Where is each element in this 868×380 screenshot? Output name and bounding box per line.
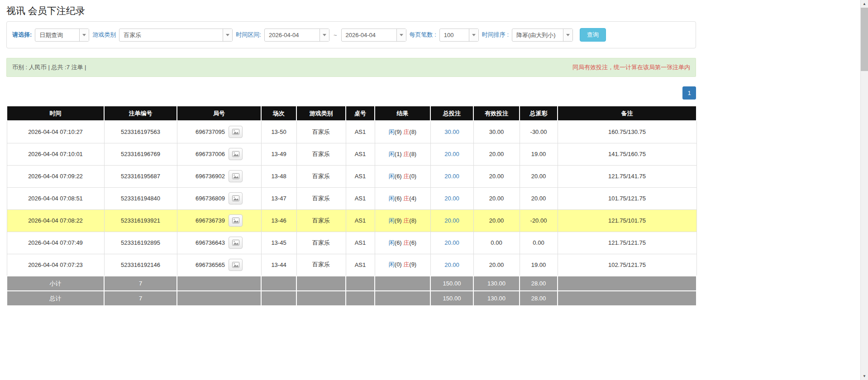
media-replay-icon <box>232 173 239 179</box>
time-range-label: 时间区间: <box>236 31 261 39</box>
valid-bet-cell: 20.00 <box>473 187 520 209</box>
round-id-cell: 696736809 <box>177 187 261 209</box>
result-banker: 庄 <box>403 173 409 180</box>
page-size-select[interactable]: 100 <box>439 28 479 42</box>
result-banker: 庄 <box>403 195 409 202</box>
round-id-text: 696736643 <box>196 239 225 246</box>
pagination-page-1[interactable]: 1 <box>682 86 696 100</box>
media-replay-icon <box>232 262 239 268</box>
remark-cell: 160.75/130.75 <box>558 121 696 143</box>
scrollbar-up-icon[interactable]: ▲ <box>861 0 868 8</box>
remark-cell: 102.75/121.75 <box>558 254 696 276</box>
total-bet-link[interactable]: 20.00 <box>444 217 459 224</box>
result-player-score: (6) <box>395 173 402 180</box>
time-cell: 2026-04-04 07:09:22 <box>7 165 104 187</box>
table-row: 2026-04-04 07:10:01 523316196769 6967370… <box>7 143 696 165</box>
session-cell: 13-44 <box>261 254 296 276</box>
result-player-score: (1) <box>395 151 402 157</box>
result-banker-score: (6) <box>409 239 416 246</box>
table-no-cell: AS1 <box>346 187 375 209</box>
media-replay-button[interactable] <box>229 126 243 138</box>
page-size-value: 100 <box>440 29 469 41</box>
result-player-score: (0) <box>395 261 402 268</box>
game-type-cell: 百家乐 <box>296 187 346 209</box>
chevron-down-icon[interactable] <box>396 29 406 41</box>
result-banker-score: (4) <box>409 195 416 202</box>
game-type-cell: 百家乐 <box>296 209 346 232</box>
session-cell: 13-46 <box>261 209 296 232</box>
total-bet-cell: 20.00 <box>430 143 473 165</box>
empty-cell <box>261 291 296 306</box>
total-bet-link[interactable]: 20.00 <box>444 239 459 246</box>
scrollbar-down-icon[interactable]: ▼ <box>861 372 868 380</box>
col-header-valid-bet: 有效投注 <box>473 106 520 121</box>
table-row-highlighted: 2026-04-04 07:08:22 523316193921 6967367… <box>7 209 696 232</box>
remark-cell: 121.75/121.75 <box>558 232 696 254</box>
media-replay-icon <box>232 129 239 135</box>
summary-bar: 币别 : 人民币 | 总共 :7 注单 | 同局有效投注，统一计算在该局第一张注… <box>6 58 696 77</box>
empty-cell <box>261 276 296 291</box>
sort-select[interactable]: 降幂(由大到小) <box>512 28 573 42</box>
total-bet-link[interactable]: 20.00 <box>444 173 459 180</box>
caret-glyph <box>472 34 476 36</box>
round-id-text: 696736565 <box>196 261 225 268</box>
page-scrollbar[interactable]: ▲ ▼ <box>860 0 868 380</box>
empty-cell <box>558 291 696 306</box>
session-cell: 13-48 <box>261 165 296 187</box>
bet-records-table: 时间 注单编号 局号 场次 游戏类别 桌号 结果 总投注 有效投注 总派彩 备注… <box>6 105 697 306</box>
chevron-down-icon[interactable] <box>563 29 572 41</box>
media-replay-button[interactable] <box>229 237 243 249</box>
chevron-down-icon[interactable] <box>223 29 232 41</box>
date-to-input[interactable]: 2026-04-04 <box>341 28 406 42</box>
result-player: 闲 <box>389 261 395 268</box>
total-bet-cell: 20.00 <box>430 232 473 254</box>
session-cell: 13-45 <box>261 232 296 254</box>
valid-bet-cell: 30.00 <box>473 121 520 143</box>
query-type-value: 日期查询 <box>35 29 79 41</box>
media-replay-button[interactable] <box>229 259 243 271</box>
game-type-label: 游戏类别 <box>92 31 116 39</box>
table-header-row: 时间 注单编号 局号 场次 游戏类别 桌号 结果 总投注 有效投注 总派彩 备注 <box>7 106 696 121</box>
result-player-score: (9) <box>395 128 402 135</box>
total-bet-link[interactable]: 20.00 <box>444 261 459 268</box>
result-banker: 庄 <box>403 128 409 135</box>
subtotal-total-bet: 150.00 <box>430 276 473 291</box>
chevron-down-icon[interactable] <box>469 29 478 41</box>
chevron-down-icon[interactable] <box>79 29 89 41</box>
media-replay-button[interactable] <box>229 192 243 204</box>
game-type-select[interactable]: 百家乐 <box>119 28 233 42</box>
result-cell: 闲(9) 庄(8) <box>375 209 430 232</box>
page-title: 视讯 会员下注纪录 <box>6 5 696 17</box>
remark-cell: 121.75/101.75 <box>558 209 696 232</box>
query-type-select[interactable]: 日期查询 <box>35 28 89 42</box>
valid-bet-cell: 20.00 <box>473 254 520 276</box>
result-cell: 闲(9) 庄(8) <box>375 121 430 143</box>
empty-cell <box>375 276 430 291</box>
round-id-text: 696737006 <box>196 151 225 157</box>
media-replay-button[interactable] <box>229 148 243 160</box>
total-bet-link[interactable]: 20.00 <box>444 151 459 157</box>
search-button[interactable]: 查询 <box>580 28 606 42</box>
bet-id-cell: 523316192146 <box>104 254 177 276</box>
col-header-round-id: 局号 <box>177 106 261 121</box>
chevron-down-icon[interactable] <box>320 29 329 41</box>
filter-bar: 请选择: 日期查询 游戏类别 百家乐 时间区间: 2026-04-04 ~ 20… <box>6 21 696 48</box>
media-replay-button[interactable] <box>229 170 243 182</box>
total-bet-link[interactable]: 30.00 <box>444 128 459 135</box>
subtotal-valid-bet: 130.00 <box>473 276 520 291</box>
result-player: 闲 <box>389 195 395 202</box>
result-banker-score: (8) <box>409 217 416 224</box>
empty-cell <box>177 276 261 291</box>
scrollbar-thumb[interactable] <box>861 8 868 71</box>
date-from-input[interactable]: 2026-04-04 <box>264 28 329 42</box>
table-no-cell: AS1 <box>346 254 375 276</box>
caret-glyph <box>400 34 403 36</box>
round-id-text: 696737095 <box>196 128 225 135</box>
valid-bet-cell: 20.00 <box>473 165 520 187</box>
total-bet-link[interactable]: 20.00 <box>444 195 459 202</box>
time-cell: 2026-04-04 07:07:49 <box>7 232 104 254</box>
media-replay-button[interactable] <box>229 214 243 227</box>
table-row: 2026-04-04 07:10:27 523316197563 6967370… <box>7 121 696 143</box>
time-cell: 2026-04-04 07:10:01 <box>7 143 104 165</box>
result-banker: 庄 <box>403 217 409 224</box>
